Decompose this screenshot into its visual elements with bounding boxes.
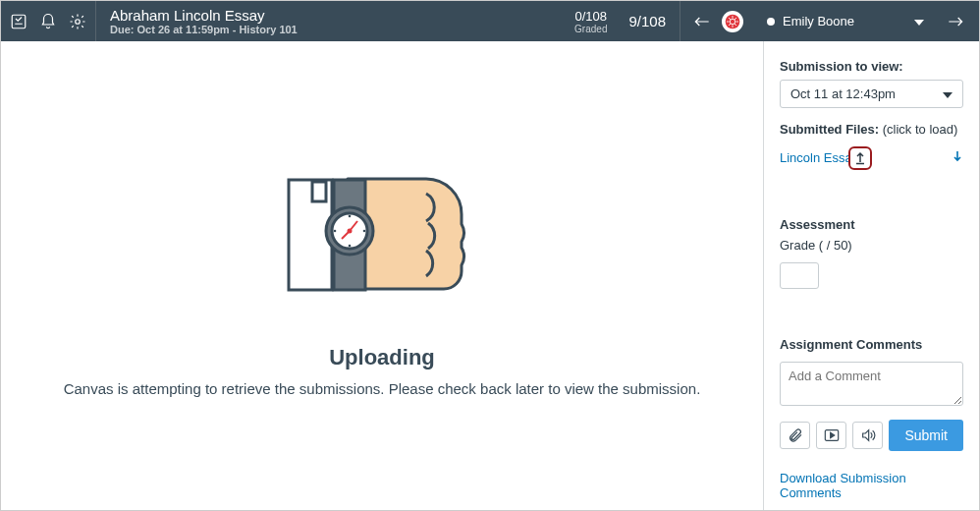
- uploading-message: Canvas is attempting to retrieve the sub…: [64, 380, 701, 397]
- assignment-title[interactable]: Abraham Lincoln Essay: [110, 7, 553, 24]
- grading-sidebar: Submission to view: Oct 11 at 12:43pm Su…: [763, 41, 979, 510]
- grade-input[interactable]: [780, 262, 819, 289]
- uploading-heading: Uploading: [329, 345, 435, 370]
- wristwatch-illustration: [279, 154, 485, 315]
- caret-down-icon: [943, 86, 953, 101]
- assignment-title-block: Abraham Lincoln Essay Due: Oct 26 at 11:…: [96, 1, 567, 41]
- caret-down-icon: [914, 14, 924, 28]
- bell-icon[interactable]: [38, 12, 58, 31]
- media-comment-icon[interactable]: [816, 422, 846, 449]
- download-comments-link[interactable]: Download Submission Comments: [780, 471, 963, 500]
- header-left-icons: [1, 1, 95, 41]
- graded-label: Graded: [574, 24, 607, 34]
- submission-to-view-label: Submission to view:: [780, 59, 963, 74]
- assessment-label: Assessment: [780, 217, 963, 232]
- svg-rect-5: [312, 182, 326, 201]
- upload-icon[interactable]: [848, 146, 872, 170]
- svg-rect-0: [12, 15, 26, 28]
- prev-student-arrow-icon[interactable]: [694, 14, 710, 29]
- attachment-icon[interactable]: [780, 422, 810, 449]
- svg-point-13: [349, 245, 352, 248]
- graded-count-block: 0/108 Graded: [567, 1, 615, 41]
- graded-count: 0/108: [575, 9, 608, 24]
- submit-comment-button[interactable]: Submit: [889, 420, 963, 451]
- grade-label: Grade ( / 50): [780, 238, 963, 253]
- avatar[interactable]: [722, 11, 743, 32]
- main-panel: Uploading Canvas is attempting to retrie…: [1, 41, 763, 510]
- download-icon[interactable]: [952, 149, 963, 166]
- assignment-subtitle: Due: Oct 26 at 11:59pm - History 101: [110, 24, 553, 35]
- submitted-files-label: Submitted Files: (click to load): [780, 122, 963, 137]
- submission-select[interactable]: Oct 11 at 12:43pm: [780, 80, 963, 108]
- speech-icon[interactable]: [852, 422, 883, 449]
- student-nav: [681, 1, 757, 41]
- svg-point-12: [349, 215, 352, 218]
- submitted-file-link[interactable]: Lincoln Essa: [780, 150, 852, 165]
- next-student-arrow-icon[interactable]: [948, 14, 963, 29]
- student-name: Emily Boone: [783, 14, 906, 28]
- student-selector[interactable]: Emily Boone: [757, 1, 934, 41]
- status-dot-icon: [767, 18, 775, 26]
- gear-icon[interactable]: [68, 12, 87, 31]
- submission-selected-value: Oct 11 at 12:43pm: [790, 86, 896, 101]
- svg-point-14: [334, 230, 337, 233]
- svg-point-15: [363, 230, 366, 233]
- comment-textarea[interactable]: [780, 362, 963, 406]
- gradebook-icon[interactable]: [9, 12, 28, 31]
- speedgrader-header: Abraham Lincoln Essay Due: Oct 26 at 11:…: [1, 1, 979, 41]
- svg-point-1: [76, 19, 81, 24]
- assignment-comments-label: Assignment Comments: [780, 337, 963, 352]
- student-position: 9/108: [615, 1, 680, 41]
